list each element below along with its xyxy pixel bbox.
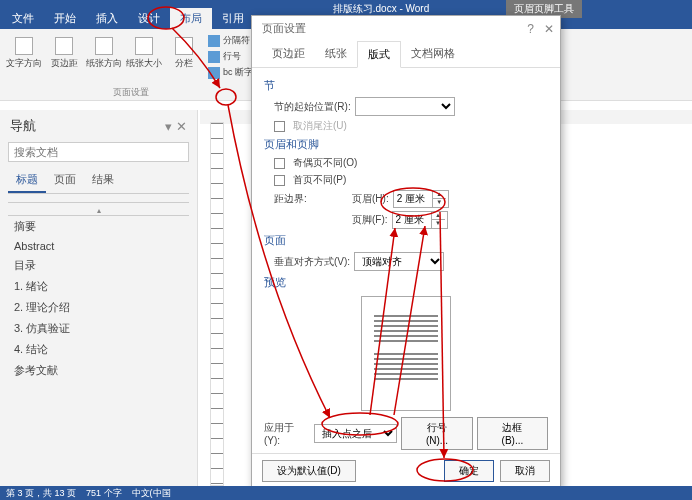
valign-label: 垂直对齐方式(V): <box>274 255 350 269</box>
footer-dist-spinner[interactable]: ▲▼ <box>392 211 448 229</box>
cancel-button[interactable]: 取消 <box>500 460 550 482</box>
first-page-checkbox[interactable] <box>274 175 285 186</box>
nav-item[interactable]: 3. 仿真验证 <box>8 318 189 339</box>
dlg-tab-paper[interactable]: 纸张 <box>315 41 357 67</box>
nav-collapse-icon[interactable]: ▴ <box>8 202 189 216</box>
footer-dist-label: 页脚(F): <box>352 213 388 227</box>
page-label: 页面 <box>264 233 548 248</box>
dlg-tab-margins[interactable]: 页边距 <box>262 41 315 67</box>
section-start-select[interactable] <box>355 97 455 116</box>
nav-close-icon[interactable]: ▾ ✕ <box>165 119 187 134</box>
set-default-button[interactable]: 设为默认值(D) <box>262 460 356 482</box>
preview-thumbnail <box>361 296 451 411</box>
hyphenation-button[interactable]: bc 断字 <box>205 65 256 80</box>
status-ime[interactable]: 中文(中国 <box>132 487 171 499</box>
nav-tab-headings[interactable]: 标题 <box>8 168 46 193</box>
apply-to-select[interactable]: 插入点之后 <box>314 424 397 443</box>
hf-label: 页眉和页脚 <box>264 137 548 152</box>
tab-insert[interactable]: 插入 <box>86 8 128 29</box>
spin-down-icon[interactable]: ▼ <box>433 199 446 207</box>
nav-item[interactable]: 1. 绪论 <box>8 276 189 297</box>
nav-title: 导航 <box>10 117 36 135</box>
nav-tab-results[interactable]: 结果 <box>84 168 122 193</box>
preview-label: 预览 <box>264 275 548 290</box>
suppress-endnote-checkbox[interactable] <box>274 121 285 132</box>
dlg-tab-layout[interactable]: 版式 <box>357 41 401 68</box>
spin-up-icon[interactable]: ▲ <box>432 212 445 220</box>
nav-item[interactable]: 参考文献 <box>8 360 189 381</box>
text-direction-button[interactable]: 文字方向 <box>5 33 43 85</box>
tab-file[interactable]: 文件 <box>2 8 44 29</box>
nav-tab-pages[interactable]: 页面 <box>46 168 84 193</box>
dialog-title: 页面设置 <box>262 21 306 36</box>
nav-item[interactable]: 摘要 <box>8 216 189 237</box>
page-setup-dialog: 页面设置 ?✕ 页边距 纸张 版式 文档网格 节 节的起始位置(R): 取消尾注… <box>251 15 561 489</box>
first-page-label: 首页不同(P) <box>293 173 346 187</box>
line-numbers-button[interactable]: 行号 <box>205 49 256 64</box>
spin-up-icon[interactable]: ▲ <box>433 191 446 199</box>
nav-item[interactable]: 4. 结论 <box>8 339 189 360</box>
orientation-button[interactable]: 纸张方向 <box>85 33 123 85</box>
dlg-tab-grid[interactable]: 文档网格 <box>401 41 465 67</box>
odd-even-checkbox[interactable] <box>274 158 285 169</box>
section-start-label: 节的起始位置(R): <box>274 100 351 114</box>
nav-tabs: 标题 页面 结果 <box>8 168 189 194</box>
group-page-setup-label: 页面设置 <box>5 85 256 100</box>
vertical-ruler[interactable] <box>210 122 224 486</box>
tab-references[interactable]: 引用 <box>212 8 254 29</box>
columns-button[interactable]: 分栏 <box>165 33 203 85</box>
header-dist-spinner[interactable]: ▲▼ <box>393 190 449 208</box>
valign-select[interactable]: 顶端对齐 <box>354 252 444 271</box>
spin-down-icon[interactable]: ▼ <box>432 220 445 228</box>
tab-design[interactable]: 设计 <box>128 8 170 29</box>
odd-even-label: 奇偶页不同(O) <box>293 156 357 170</box>
nav-item[interactable]: 目录 <box>8 255 189 276</box>
apply-to-label: 应用于(Y): <box>264 421 310 446</box>
dialog-close-icon[interactable]: ✕ <box>544 22 554 36</box>
tab-home[interactable]: 开始 <box>44 8 86 29</box>
search-input[interactable] <box>8 142 189 162</box>
status-words[interactable]: 751 个字 <box>86 487 122 499</box>
status-page[interactable]: 第 3 页，共 13 页 <box>6 487 76 499</box>
borders-dlg-button[interactable]: 边框(B)... <box>477 417 548 450</box>
breaks-button[interactable]: 分隔符 <box>205 33 256 48</box>
header-dist-input[interactable] <box>394 191 432 207</box>
footer-dist-input[interactable] <box>393 212 431 228</box>
section-label: 节 <box>264 78 548 93</box>
ok-button[interactable]: 确定 <box>444 460 494 482</box>
line-numbers-dlg-button[interactable]: 行号(N)... <box>401 417 473 450</box>
nav-item[interactable]: Abstract <box>8 237 189 255</box>
header-dist-label: 页眉(H): <box>352 192 389 206</box>
status-bar: 第 3 页，共 13 页 751 个字 中文(中国 <box>0 486 692 500</box>
dialog-help-icon[interactable]: ? <box>527 22 534 36</box>
navigation-pane: 导航▾ ✕ 标题 页面 结果 ▴ 摘要 Abstract 目录 1. 绪论 2.… <box>0 110 198 488</box>
suppress-endnote-label: 取消尾注(U) <box>293 119 347 133</box>
tab-layout[interactable]: 布局 <box>170 8 212 29</box>
paper-size-button[interactable]: 纸张大小 <box>125 33 163 85</box>
margin-from-edge-label: 距边界: <box>274 192 348 206</box>
margins-button[interactable]: 页边距 <box>45 33 83 85</box>
nav-item[interactable]: 2. 理论介绍 <box>8 297 189 318</box>
